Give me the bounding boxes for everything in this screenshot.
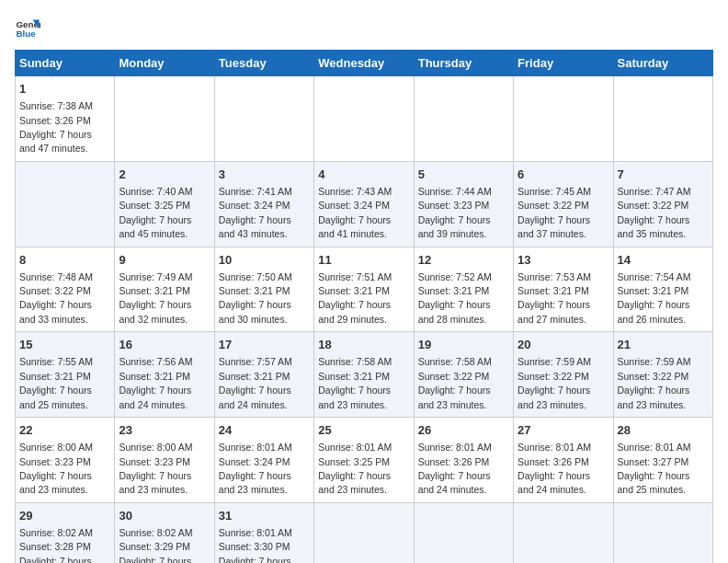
- calendar-cell: 6Sunrise: 7:45 AMSunset: 3:22 PMDaylight…: [514, 161, 613, 247]
- col-header-saturday: Saturday: [613, 51, 712, 76]
- calendar-cell: 7Sunrise: 7:47 AMSunset: 3:22 PMDaylight…: [613, 161, 712, 247]
- calendar-cell: 20Sunrise: 7:59 AMSunset: 3:22 PMDayligh…: [514, 332, 613, 418]
- calendar-cell: 28Sunrise: 8:01 AMSunset: 3:27 PMDayligh…: [613, 418, 712, 503]
- calendar-cell: 10Sunrise: 7:50 AMSunset: 3:21 PMDayligh…: [214, 247, 313, 332]
- calendar-cell: [314, 502, 414, 563]
- calendar-cell: [214, 76, 313, 162]
- calendar-cell: 13Sunrise: 7:53 AMSunset: 3:21 PMDayligh…: [514, 247, 613, 332]
- page-header: General Blue: [15, 15, 713, 40]
- calendar-cell: 9Sunrise: 7:49 AMSunset: 3:21 PMDaylight…: [115, 247, 214, 332]
- col-header-sunday: Sunday: [16, 51, 115, 76]
- col-header-thursday: Thursday: [414, 51, 513, 76]
- calendar-cell: 4Sunrise: 7:43 AMSunset: 3:24 PMDaylight…: [314, 161, 414, 247]
- calendar-cell: 31Sunrise: 8:01 AMSunset: 3:30 PMDayligh…: [214, 502, 313, 563]
- calendar-cell: 14Sunrise: 7:54 AMSunset: 3:21 PMDayligh…: [613, 247, 712, 332]
- calendar-cell: 5Sunrise: 7:44 AMSunset: 3:23 PMDaylight…: [414, 161, 513, 247]
- calendar-table: SundayMondayTuesdayWednesdayThursdayFrid…: [15, 50, 713, 563]
- calendar-cell: 26Sunrise: 8:01 AMSunset: 3:26 PMDayligh…: [414, 418, 513, 503]
- calendar-cell: 3Sunrise: 7:41 AMSunset: 3:24 PMDaylight…: [214, 161, 313, 247]
- col-header-wednesday: Wednesday: [314, 51, 414, 76]
- calendar-cell: [414, 502, 513, 563]
- calendar-cell: 18Sunrise: 7:58 AMSunset: 3:21 PMDayligh…: [314, 332, 414, 418]
- calendar-cell: 8Sunrise: 7:48 AMSunset: 3:22 PMDaylight…: [16, 247, 115, 332]
- calendar-cell: 2Sunrise: 7:40 AMSunset: 3:25 PMDaylight…: [115, 161, 214, 247]
- calendar-cell: 17Sunrise: 7:57 AMSunset: 3:21 PMDayligh…: [214, 332, 313, 418]
- calendar-cell: [16, 161, 115, 247]
- calendar-cell: 12Sunrise: 7:52 AMSunset: 3:21 PMDayligh…: [414, 247, 513, 332]
- logo-icon: General Blue: [15, 15, 40, 40]
- calendar-cell: 23Sunrise: 8:00 AMSunset: 3:23 PMDayligh…: [115, 418, 214, 503]
- calendar-cell: [613, 76, 712, 162]
- calendar-cell: 11Sunrise: 7:51 AMSunset: 3:21 PMDayligh…: [314, 247, 414, 332]
- calendar-cell: 29Sunrise: 8:02 AMSunset: 3:28 PMDayligh…: [16, 502, 115, 563]
- calendar-cell: 22Sunrise: 8:00 AMSunset: 3:23 PMDayligh…: [16, 418, 115, 503]
- calendar-cell: 15Sunrise: 7:55 AMSunset: 3:21 PMDayligh…: [16, 332, 115, 418]
- calendar-cell: [514, 76, 613, 162]
- calendar-cell: [613, 502, 712, 563]
- calendar-cell: [115, 76, 214, 162]
- calendar-cell: 30Sunrise: 8:02 AMSunset: 3:29 PMDayligh…: [115, 502, 214, 563]
- svg-text:Blue: Blue: [16, 29, 36, 39]
- calendar-cell: [314, 76, 414, 162]
- calendar-cell: 19Sunrise: 7:58 AMSunset: 3:22 PMDayligh…: [414, 332, 513, 418]
- calendar-cell: 24Sunrise: 8:01 AMSunset: 3:24 PMDayligh…: [214, 418, 313, 503]
- calendar-cell: [414, 76, 513, 162]
- calendar-cell: 27Sunrise: 8:01 AMSunset: 3:26 PMDayligh…: [514, 418, 613, 503]
- logo: General Blue: [15, 15, 40, 40]
- col-header-friday: Friday: [514, 51, 613, 76]
- calendar-cell: [514, 502, 613, 563]
- col-header-monday: Monday: [115, 51, 214, 76]
- calendar-cell: 21Sunrise: 7:59 AMSunset: 3:22 PMDayligh…: [613, 332, 712, 418]
- calendar-cell: 1Sunrise: 7:38 AMSunset: 3:26 PMDaylight…: [16, 76, 115, 162]
- calendar-cell: 16Sunrise: 7:56 AMSunset: 3:21 PMDayligh…: [115, 332, 214, 418]
- col-header-tuesday: Tuesday: [214, 51, 313, 76]
- calendar-cell: 25Sunrise: 8:01 AMSunset: 3:25 PMDayligh…: [314, 418, 414, 503]
